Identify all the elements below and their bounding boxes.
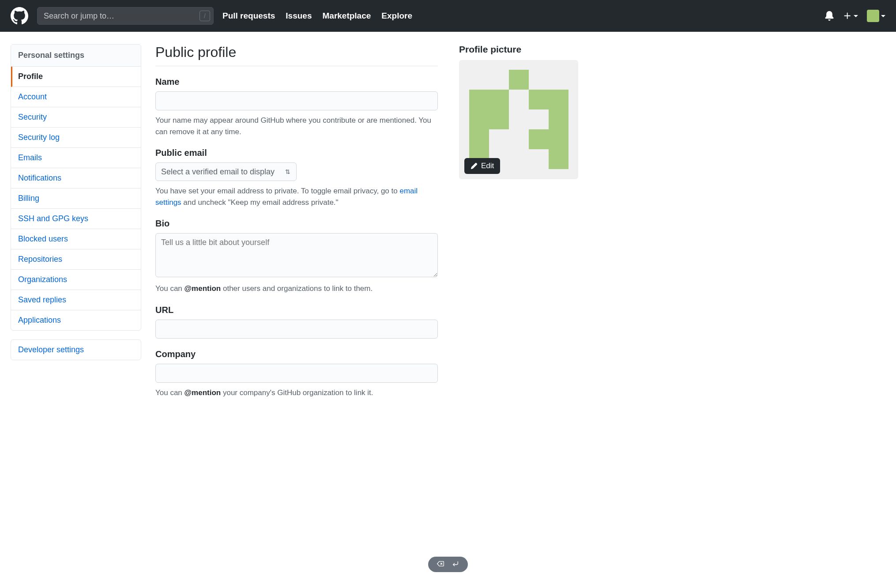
search-input[interactable] xyxy=(37,7,214,25)
sidebar-item-ssh-gpg-keys[interactable]: SSH and GPG keys xyxy=(11,209,141,229)
menu-header: Personal settings xyxy=(11,45,141,67)
email-select[interactable]: Select a verified email to display xyxy=(155,162,297,181)
sidebar-item-emails[interactable]: Emails xyxy=(11,148,141,168)
profile-picture-label: Profile picture xyxy=(459,44,578,55)
settings-sidebar: Personal settings Profile Account Securi… xyxy=(11,44,141,409)
company-note: You can @mention your company's GitHub o… xyxy=(155,387,438,399)
chevron-down-icon xyxy=(854,15,858,17)
name-label: Name xyxy=(155,77,438,87)
edit-picture-button[interactable]: Edit xyxy=(464,158,500,174)
email-note: You have set your email address to priva… xyxy=(155,185,438,208)
header-right xyxy=(824,10,885,22)
user-menu[interactable] xyxy=(867,10,885,22)
profile-picture: Edit xyxy=(459,60,578,179)
notifications-icon[interactable] xyxy=(824,11,834,21)
search-wrapper: / xyxy=(37,7,214,25)
sidebar-item-repositories[interactable]: Repositories xyxy=(11,249,141,270)
company-label: Company xyxy=(155,349,438,359)
url-input[interactable] xyxy=(155,320,438,339)
sidebar-item-security[interactable]: Security xyxy=(11,107,141,128)
company-group: Company You can @mention your company's … xyxy=(155,349,438,399)
name-note: Your name may appear around GitHub where… xyxy=(155,115,438,137)
slash-hotkey-icon: / xyxy=(200,11,210,21)
global-header: / Pull requests Issues Marketplace Explo… xyxy=(0,0,896,32)
personal-settings-menu: Personal settings Profile Account Securi… xyxy=(11,44,141,331)
profile-picture-area: Profile picture Edit xyxy=(459,44,578,409)
nav-explore[interactable]: Explore xyxy=(381,11,412,21)
name-input[interactable] xyxy=(155,91,438,110)
sidebar-item-notifications[interactable]: Notifications xyxy=(11,168,141,188)
bio-group: Bio You can @mention other users and org… xyxy=(155,219,438,294)
bio-note: You can @mention other users and organiz… xyxy=(155,283,438,294)
developer-settings-menu: Developer settings xyxy=(11,339,141,360)
sidebar-item-profile[interactable]: Profile xyxy=(11,67,141,87)
email-group: Public email Select a verified email to … xyxy=(155,148,438,208)
sidebar-item-developer-settings[interactable]: Developer settings xyxy=(11,340,141,360)
profile-form: Public profile Name Your name may appear… xyxy=(155,44,438,409)
sidebar-item-billing[interactable]: Billing xyxy=(11,188,141,209)
nav-marketplace[interactable]: Marketplace xyxy=(322,11,371,21)
avatar-icon xyxy=(867,10,879,22)
primary-nav: Pull requests Issues Marketplace Explore xyxy=(222,11,412,21)
pencil-icon xyxy=(471,162,478,170)
nav-issues[interactable]: Issues xyxy=(286,11,312,21)
sidebar-item-organizations[interactable]: Organizations xyxy=(11,270,141,290)
company-input[interactable] xyxy=(155,364,438,383)
chevron-down-icon xyxy=(881,15,885,17)
sidebar-item-blocked-users[interactable]: Blocked users xyxy=(11,229,141,249)
name-group: Name Your name may appear around GitHub … xyxy=(155,77,438,137)
sidebar-item-account[interactable]: Account xyxy=(11,87,141,107)
create-new-menu[interactable] xyxy=(843,11,858,20)
page-title: Public profile xyxy=(155,44,438,66)
github-logo-icon[interactable] xyxy=(11,7,28,25)
bio-textarea[interactable] xyxy=(155,233,438,277)
sidebar-item-applications[interactable]: Applications xyxy=(11,310,141,330)
sidebar-item-security-log[interactable]: Security log xyxy=(11,128,141,148)
nav-pull-requests[interactable]: Pull requests xyxy=(222,11,275,21)
bio-label: Bio xyxy=(155,219,438,229)
url-label: URL xyxy=(155,305,438,315)
email-label: Public email xyxy=(155,148,438,158)
sidebar-item-saved-replies[interactable]: Saved replies xyxy=(11,290,141,310)
url-group: URL xyxy=(155,305,438,339)
